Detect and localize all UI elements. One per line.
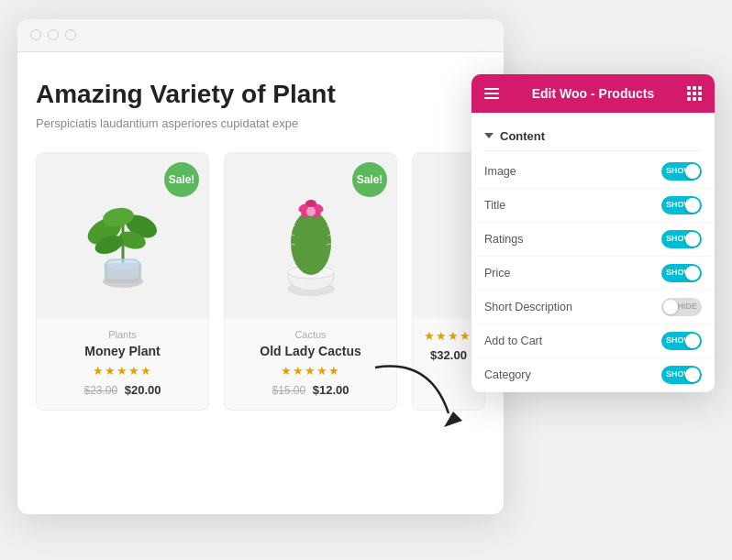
product-image-area-2: Sale! [225, 153, 396, 318]
toggle-track-price[interactable]: SHOW [661, 264, 702, 282]
price-old-1: $23.00 [83, 384, 117, 397]
settings-row-image: Image SHOW [471, 155, 715, 189]
toggle-track-add-to-cart[interactable]: SHOW [661, 332, 702, 350]
price-new-2: $12.00 [313, 383, 349, 397]
scene: Amazing Variety of Plant Perspiciatis la… [17, 19, 715, 542]
svg-rect-4 [106, 259, 139, 280]
product-card-cactus: Sale! [224, 152, 397, 411]
edit-panel-title: Edit Woo - Products [532, 86, 655, 101]
toggle-thumb-title [685, 198, 700, 213]
settings-row-short-desc: Short Description HIDE [471, 291, 715, 324]
svg-point-27 [306, 207, 316, 216]
toggle-add-to-cart[interactable]: SHOW [661, 332, 702, 350]
browser-dot-2 [48, 29, 59, 40]
product-info-2: Cactus Old Lady Cactus ★★★★★ $15.00 $12.… [225, 318, 396, 410]
settings-label-short-desc: Short Description [484, 301, 572, 313]
browser-dot-3 [65, 29, 76, 40]
toggle-track-ratings[interactable]: SHOW [661, 230, 702, 248]
settings-label-price: Price [484, 267, 510, 280]
grid-icon[interactable] [687, 86, 702, 101]
section-title-row: Content [484, 122, 702, 151]
product-card-money-plant: Sale! [36, 152, 209, 411]
toggle-thumb-category [685, 368, 700, 382]
page-subheading: Perspiciatis laudantium asperiores cupid… [36, 116, 485, 130]
hamburger-icon[interactable] [484, 88, 499, 99]
page-heading: Amazing Variety of Plant [36, 80, 485, 109]
toggle-track-image[interactable]: SHOW [661, 162, 702, 181]
settings-row-add-to-cart: Add to Cart SHOW [471, 324, 715, 358]
settings-row-title: Title SHOW [471, 189, 715, 223]
browser-titlebar [17, 19, 504, 52]
chevron-down-icon[interactable] [484, 133, 494, 138]
svg-point-24 [305, 200, 316, 207]
toggle-ratings[interactable]: SHOW [661, 230, 702, 248]
product-title-1: Money Plant [48, 344, 197, 358]
settings-label-add-to-cart: Add to Cart [484, 335, 542, 347]
section-title: Content [500, 129, 545, 143]
settings-label-category: Category [484, 368, 531, 381]
price-new-3: $32.00 [430, 348, 467, 362]
toggle-price[interactable]: SHOW [661, 264, 702, 282]
edit-panel-header: Edit Woo - Products [471, 74, 715, 113]
browser-window: Amazing Variety of Plant Perspiciatis la… [17, 19, 504, 514]
product-category-2: Cactus [236, 329, 385, 340]
settings-row-category: Category SHOW [471, 358, 715, 392]
money-plant-image [77, 171, 169, 300]
sale-badge-2: Sale! [352, 162, 387, 197]
settings-label-title: Title [484, 199, 505, 212]
toggle-thumb-short-desc [663, 300, 678, 314]
product-stars-1: ★★★★★ [48, 364, 197, 378]
toggle-thumb-price [685, 266, 700, 280]
settings-label-image: Image [484, 165, 516, 178]
toggle-track-short-desc[interactable]: HIDE [661, 298, 702, 316]
product-category-1: Plants [48, 329, 197, 340]
product-image-area-1: Sale! [37, 153, 208, 318]
svg-point-12 [291, 211, 331, 275]
toggle-category[interactable]: SHOW [661, 366, 702, 384]
product-stars-3: ★★★★★ [424, 329, 473, 343]
settings-row-ratings: Ratings SHOW [471, 223, 715, 257]
price-old-2: $15.00 [272, 384, 305, 397]
toggle-thumb-image [685, 164, 700, 179]
toggle-track-title[interactable]: SHOW [661, 196, 702, 214]
browser-content: Amazing Variety of Plant Perspiciatis la… [17, 52, 504, 429]
product-title-2: Old Lady Cactus [236, 344, 385, 358]
sale-badge-1: Sale! [164, 162, 199, 197]
toggle-thumb-add-to-cart [685, 334, 700, 348]
settings-label-ratings: Ratings [484, 233, 523, 246]
browser-dot-1 [30, 29, 41, 40]
products-grid: Sale! [36, 152, 485, 411]
product-stars-2: ★★★★★ [236, 364, 385, 378]
toggle-thumb-ratings [685, 232, 700, 247]
cactus-image [261, 171, 361, 300]
toggle-short-desc[interactable]: HIDE [661, 298, 702, 316]
edit-panel-section: Content [471, 113, 715, 151]
product-price-1: $23.00 $20.00 [48, 383, 197, 397]
toggle-image[interactable]: SHOW [661, 162, 702, 181]
product-info-1: Plants Money Plant ★★★★★ $23.00 $20.00 [37, 318, 208, 410]
edit-panel: Edit Woo - Products Content Image SHOW [471, 74, 715, 392]
toggle-title[interactable]: SHOW [661, 196, 702, 214]
price-new-1: $20.00 [125, 383, 161, 397]
product-price-2: $15.00 $12.00 [236, 383, 385, 397]
product-price-3: $32.00 [424, 348, 473, 362]
toggle-track-category[interactable]: SHOW [661, 366, 702, 384]
settings-row-price: Price SHOW [471, 257, 715, 291]
